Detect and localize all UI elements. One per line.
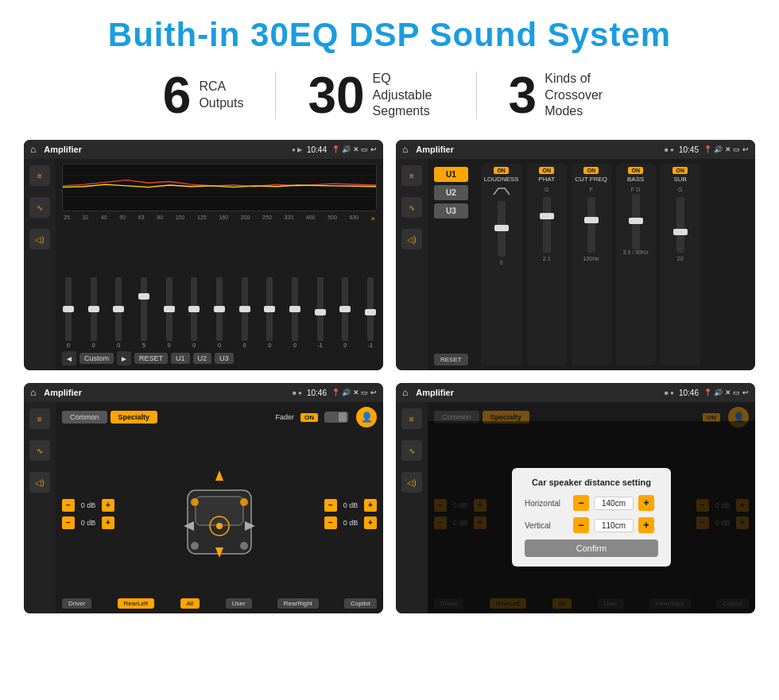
vertical-plus[interactable]: +	[638, 517, 654, 533]
screen-amp: ⌂ Amplifier ■ ● 10:45 📍 🔊 ✕ ▭ ↩ ≡ ∿ ◁) U…	[396, 140, 755, 370]
eq-slider-12[interactable]: -1	[367, 277, 374, 348]
tab-common[interactable]: Common	[62, 411, 107, 423]
rearleft-btn[interactable]: RearLeft	[118, 598, 155, 609]
u3-btn[interactable]: U3	[215, 353, 234, 364]
eq-slider-5[interactable]: 0	[191, 277, 197, 348]
screen4-dots: ■ ●	[665, 389, 674, 396]
channel-phat: ON PHAT G 2.1	[527, 164, 567, 365]
reset-btn[interactable]: RESET	[134, 353, 168, 364]
eq-slider-2[interactable]: 0	[115, 277, 122, 348]
svg-point-9	[240, 498, 248, 506]
bass-slider-f[interactable]	[632, 194, 640, 249]
eq-icon-4[interactable]: ≡	[401, 408, 422, 429]
prev-arrow[interactable]: ◄	[62, 351, 76, 365]
preset-u3[interactable]: U3	[434, 203, 468, 219]
amp-main: U1 U2 U3 RESET ON LOUDNESS	[428, 159, 755, 370]
home-icon-4[interactable]: ⌂	[402, 387, 408, 398]
screen-crossover: ⌂ Amplifier ■ ● 10:46 📍 🔊 ✕ ▭ ↩ ≡ ∿ ◁) C…	[24, 383, 383, 613]
loudness-on: ON	[494, 167, 509, 174]
home-icon-3[interactable]: ⌂	[30, 387, 36, 398]
db-minus-br[interactable]: −	[324, 516, 337, 529]
speaker-icon-2[interactable]: ◁)	[401, 229, 422, 249]
wave-icon-4[interactable]: ∿	[401, 440, 422, 461]
stat-crossover: 3 Kinds of Crossover Modes	[477, 70, 649, 121]
next-arrow[interactable]: ►	[117, 351, 131, 365]
wave-icon[interactable]: ∿	[29, 197, 50, 218]
rearright-btn[interactable]: RearRight	[277, 598, 319, 609]
db-minus-bl[interactable]: −	[62, 516, 75, 529]
db-plus-bl[interactable]: +	[102, 516, 114, 529]
vertical-minus[interactable]: −	[573, 517, 589, 533]
db-control-br: − 0 dB +	[324, 516, 377, 529]
user-btn[interactable]: User	[226, 598, 252, 609]
status-bar-4: ⌂ Amplifier ■ ● 10:46 📍 🔊 ✕ ▭ ↩	[396, 383, 755, 402]
db-control-tl: − 0 dB +	[62, 499, 114, 512]
eq-bottom-controls: ◄ Custom ► RESET U1 U2 U3	[62, 351, 377, 365]
amp-reset-btn[interactable]: RESET	[434, 354, 468, 365]
eq-icon[interactable]: ≡	[29, 165, 50, 186]
screen1-title: Amplifier	[44, 145, 287, 154]
speaker-icon-4[interactable]: ◁)	[401, 472, 422, 493]
eq-slider-8[interactable]: 0	[266, 277, 273, 348]
screen2-title: Amplifier	[416, 145, 660, 154]
u2-btn[interactable]: U2	[193, 353, 212, 364]
db-minus-tl[interactable]: −	[62, 499, 75, 512]
db-minus-tr[interactable]: −	[324, 499, 337, 512]
screen-eq: ⌂ Amplifier ● ▶ 10:44 📍 🔊 ✕ ▭ ↩ ≡ ∿ ◁)	[24, 140, 383, 370]
all-btn[interactable]: All	[180, 598, 200, 609]
home-icon[interactable]: ⌂	[30, 144, 36, 155]
horizontal-plus[interactable]: +	[638, 495, 654, 511]
eq-slider-11[interactable]: 0	[342, 277, 348, 348]
confirm-button[interactable]: Confirm	[525, 540, 658, 557]
speaker-icon[interactable]: ◁)	[29, 229, 50, 249]
left-sidebar-2: ≡ ∿ ◁)	[396, 159, 428, 370]
wave-icon-3[interactable]: ∿	[29, 440, 50, 461]
home-icon-2[interactable]: ⌂	[402, 144, 408, 155]
speaker-icon-3[interactable]: ◁)	[29, 472, 50, 493]
eq-slider-3[interactable]: 5	[141, 277, 147, 348]
person-icon[interactable]: 👤	[356, 407, 377, 427]
eq-slider-7[interactable]: 0	[242, 277, 248, 348]
screen2-time: 10:45	[679, 145, 699, 154]
cutfreq-slider[interactable]	[587, 197, 595, 253]
eq-icon-3[interactable]: ≡	[29, 408, 50, 429]
tab-specialty[interactable]: Specialty	[110, 411, 158, 423]
db-plus-br[interactable]: +	[364, 516, 377, 529]
left-sidebar-4: ≡ ∿ ◁)	[396, 402, 428, 613]
db-plus-tr[interactable]: +	[364, 499, 377, 512]
eq-slider-10[interactable]: -1	[317, 277, 324, 348]
svg-rect-5	[196, 497, 243, 525]
bottom-labels: Driver RearLeft All User RearRight Copil…	[62, 598, 377, 609]
preset-u1[interactable]: U1	[434, 167, 468, 182]
vertical-row: Vertical − 110cm +	[525, 517, 658, 533]
stat-rca-desc: RCA Outputs	[199, 79, 243, 112]
eq-slider-6[interactable]: 0	[216, 277, 223, 348]
screen1-time: 10:44	[307, 145, 327, 154]
db-plus-tl[interactable]: +	[102, 499, 114, 512]
horizontal-minus[interactable]: −	[573, 495, 589, 511]
eq-slider-1[interactable]: 0	[91, 277, 97, 348]
loudness-slider[interactable]	[498, 201, 506, 257]
cutfreq-on: ON	[583, 167, 599, 174]
screen4-title: Amplifier	[416, 388, 660, 397]
eq-graph	[62, 164, 377, 211]
horizontal-row: Horizontal − 140cm +	[525, 495, 658, 511]
crossover-tabs: Common Specialty Fader ON 👤	[62, 407, 377, 427]
eq-slider-9[interactable]: 0	[292, 277, 298, 348]
preset-u2[interactable]: U2	[434, 185, 468, 200]
wave-icon-2[interactable]: ∿	[401, 197, 422, 218]
driver-btn[interactable]: Driver	[62, 598, 91, 609]
svg-point-7	[216, 523, 223, 529]
sub-slider[interactable]	[676, 197, 684, 253]
u1-btn[interactable]: U1	[171, 353, 190, 364]
eq-slider-4[interactable]: 0	[166, 277, 172, 348]
eq-icon-2[interactable]: ≡	[401, 165, 422, 186]
custom-btn[interactable]: Custom	[79, 353, 114, 364]
freq-labels: 2532405063 80100125160200 25032040050063…	[62, 215, 377, 222]
screens-grid: ⌂ Amplifier ● ▶ 10:44 📍 🔊 ✕ ▭ ↩ ≡ ∿ ◁)	[24, 140, 755, 613]
status-bar-3: ⌂ Amplifier ■ ● 10:46 📍 🔊 ✕ ▭ ↩	[24, 383, 383, 402]
screen4-time: 10:46	[679, 389, 699, 397]
phat-slider[interactable]	[543, 197, 551, 253]
copilot-btn[interactable]: Copilot	[344, 598, 377, 609]
eq-slider-0[interactable]: 0	[65, 277, 72, 348]
